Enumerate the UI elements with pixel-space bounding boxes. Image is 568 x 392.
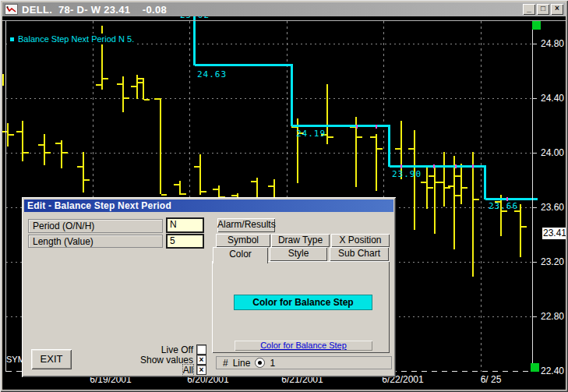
step-data-tick bbox=[356, 125, 358, 129]
y-axis-tick bbox=[533, 98, 537, 99]
balance-step-segment bbox=[485, 198, 538, 200]
window-title: DELL. 78- D- W 23.41 -0.08 bbox=[22, 4, 167, 16]
ohlc-open-tick bbox=[2, 131, 7, 132]
v-gridline bbox=[481, 21, 482, 372]
ohlc-bar bbox=[122, 76, 124, 112]
all-label: All bbox=[183, 365, 193, 376]
y-axis-label: 24.40 bbox=[541, 93, 564, 104]
chart-frame-top bbox=[2, 20, 566, 21]
tab-color[interactable]: Color bbox=[213, 247, 268, 263]
x-axis-label: 6/ 25 bbox=[456, 374, 526, 385]
close-button[interactable]: × bbox=[551, 4, 563, 15]
ohlc-close-tick bbox=[474, 199, 479, 200]
period-field-label: Period (O/N/H) bbox=[28, 219, 163, 233]
y-axis-tick bbox=[533, 44, 537, 44]
ohlc-bar bbox=[472, 152, 474, 277]
balance-step-value-label: 23.66 bbox=[489, 201, 518, 211]
y-axis-label: 22.80 bbox=[541, 311, 564, 322]
y-axis-label: 22.40 bbox=[541, 366, 564, 376]
tab-alarm-results[interactable]: Alarm/Results bbox=[217, 218, 275, 232]
ohlc-bar bbox=[376, 134, 377, 191]
ohlc-close-tick bbox=[462, 187, 467, 189]
line-radio[interactable] bbox=[255, 358, 265, 368]
ohlc-close-tick bbox=[445, 187, 450, 189]
ohlc-open-tick bbox=[448, 185, 453, 187]
dialog-titlebar[interactable]: Edit - Balance Step Next Period bbox=[24, 200, 393, 212]
period-input[interactable]: N bbox=[166, 217, 204, 233]
ohlc-close-tick bbox=[161, 194, 167, 196]
ohlc-open-tick bbox=[38, 144, 44, 146]
ohlc-open-tick bbox=[213, 189, 218, 190]
y-axis-label: 24.00 bbox=[541, 147, 564, 158]
ohlc-open-tick bbox=[395, 148, 400, 150]
y-axis-tick bbox=[533, 262, 537, 263]
exit-button[interactable]: EXIT bbox=[31, 349, 72, 369]
all-checkbox[interactable]: × bbox=[196, 365, 206, 375]
step-data-tick bbox=[455, 164, 457, 168]
y-axis-tick bbox=[533, 207, 537, 208]
balance-step-drop bbox=[484, 165, 486, 200]
ohlc-close-tick bbox=[328, 136, 333, 138]
window-titlebar[interactable]: DELL. 78- D- W 23.41 -0.08 _ □ × bbox=[2, 2, 566, 16]
color-for-balance-step-button[interactable]: Color for Balance Step bbox=[234, 295, 372, 310]
show-values-label: Show values bbox=[140, 355, 193, 366]
tab-style[interactable]: Style bbox=[270, 247, 327, 261]
ohlc-bar bbox=[443, 152, 445, 207]
length-field-label: Length (Value) bbox=[28, 235, 163, 248]
y-axis-label: 23.20 bbox=[541, 256, 564, 267]
ohlc-open-tick bbox=[131, 86, 136, 87]
balance-step-value-label: 23.90 bbox=[392, 169, 422, 179]
ohlc-close-tick bbox=[45, 152, 51, 154]
line-value: 1 bbox=[270, 358, 275, 369]
tab-sub-chart[interactable]: Sub Chart bbox=[330, 247, 389, 261]
app-window: 25.0224.6324.1923.9023.6624.8024.4024.00… bbox=[0, 0, 568, 392]
ohlc-open-tick bbox=[16, 131, 22, 132]
ohlc-close-tick bbox=[9, 134, 14, 136]
tab-x-position[interactable]: X Position bbox=[331, 234, 390, 247]
color-for-balance-step-link[interactable]: Color for Balance Step bbox=[235, 341, 372, 351]
ohlc-close-tick bbox=[201, 191, 206, 192]
ohlc-open-tick bbox=[137, 82, 143, 83]
show-values-checkbox[interactable]: × bbox=[196, 355, 206, 365]
balance-step-segment bbox=[195, 64, 292, 66]
ohlc-bar bbox=[414, 130, 415, 230]
live-off-checkbox[interactable] bbox=[196, 344, 206, 355]
ohlc-close-tick bbox=[357, 136, 362, 138]
indicator-text: Balance Step Next Period N 5. bbox=[18, 34, 134, 44]
ohlc-open-tick bbox=[174, 184, 179, 185]
y-axis-label: 24.80 bbox=[541, 38, 564, 49]
ohlc-open-tick bbox=[154, 98, 160, 100]
maximize-button[interactable]: □ bbox=[537, 4, 549, 15]
ohlc-bar bbox=[326, 84, 328, 144]
ohlc-bar bbox=[160, 98, 161, 194]
step-data-tick bbox=[506, 197, 508, 201]
ohlc-close-tick bbox=[62, 152, 68, 154]
line-hash-label: # bbox=[223, 358, 228, 369]
ohlc-open-tick bbox=[96, 84, 101, 86]
tab-symbol[interactable]: Symbol bbox=[216, 234, 270, 247]
tab-draw-type[interactable]: Draw Type bbox=[271, 234, 330, 247]
ohlc-bar bbox=[22, 121, 23, 161]
balance-step-value-label: 24.19 bbox=[296, 129, 326, 139]
chart-frame-left bbox=[5, 21, 6, 372]
chart-icon bbox=[5, 4, 18, 15]
ohlc-bar bbox=[44, 134, 45, 165]
ohlc-bar bbox=[143, 78, 144, 100]
ohlc-close-tick bbox=[103, 78, 108, 79]
step-data-tick bbox=[376, 125, 377, 129]
step-data-tick bbox=[472, 164, 474, 168]
y-axis-line bbox=[532, 21, 533, 372]
ohlc-bar bbox=[61, 140, 62, 168]
h-gridline bbox=[6, 98, 532, 99]
ohlc-open-tick bbox=[55, 143, 61, 144]
green-marker bbox=[532, 21, 541, 30]
ohlc-open-tick bbox=[231, 195, 237, 196]
balance-step-value-label: 24.63 bbox=[197, 69, 227, 79]
minimize-button[interactable]: _ bbox=[523, 4, 535, 15]
h-gridline bbox=[6, 153, 532, 154]
ohlc-bar bbox=[199, 154, 201, 195]
length-input[interactable]: 5 bbox=[166, 234, 204, 249]
ohlc-open-tick bbox=[77, 166, 83, 168]
color-tab-panel: Color for Balance Step Color for Balance… bbox=[212, 261, 390, 353]
ohlc-open-tick bbox=[455, 175, 460, 177]
